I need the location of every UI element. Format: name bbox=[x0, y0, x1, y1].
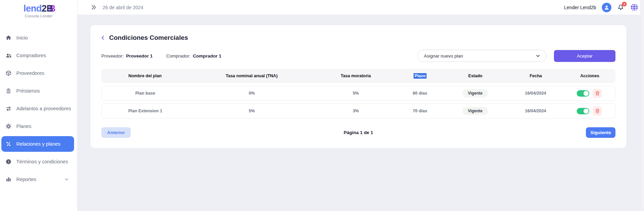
notification-count-badge: 3 bbox=[622, 2, 627, 6]
status-badge: Vigente bbox=[463, 89, 488, 97]
topbar-right: Lender Lend2b 3 bbox=[564, 3, 639, 12]
logo-subtitle: Consola Lender bbox=[0, 14, 77, 18]
card-title-row: Condiciones Comerciales bbox=[100, 34, 615, 42]
cell-tna: 5% bbox=[189, 109, 315, 113]
table-header-row: Nombre del planTasa nominal anual (TNA)T… bbox=[101, 69, 615, 83]
svg-text:!: ! bbox=[8, 160, 9, 163]
chevron-down-icon bbox=[64, 177, 69, 182]
home-icon bbox=[5, 34, 12, 41]
swap-arrows-icon bbox=[5, 105, 12, 112]
app-window: lend2BB Consola Lender InicioCompradores… bbox=[0, 0, 644, 211]
pagination-row: Anterior Página 1 de 1 Siguiente bbox=[101, 127, 615, 138]
table-body: Plan base0%5%80 díasVigente16/04/2024Pla… bbox=[101, 86, 615, 118]
cell-estado: Vigente bbox=[443, 107, 507, 115]
trash-icon bbox=[595, 108, 600, 114]
logo-text: lend2BB bbox=[23, 3, 54, 14]
user-avatar-icon[interactable] bbox=[602, 3, 611, 12]
column-header-4: Estado bbox=[443, 74, 507, 78]
sidebar-item-label: Préstamos bbox=[16, 88, 40, 94]
topbar-left: 26 de abril de 2024 bbox=[90, 4, 143, 11]
cell-acciones bbox=[564, 107, 615, 116]
percent-icon bbox=[5, 141, 12, 147]
sidebar-item-compradores[interactable]: Compradores bbox=[1, 48, 74, 63]
sidebar-item-terminos[interactable]: !Términos y condiciones bbox=[1, 154, 74, 169]
sidebar-item-reportes[interactable]: Reportes bbox=[1, 172, 74, 187]
buyer-pair: Comprador: Comprador 1 bbox=[166, 53, 221, 59]
column-header-0: Nombre del plan bbox=[101, 74, 189, 78]
sidebar-item-label: Reportes bbox=[16, 177, 36, 182]
sidebar-nav: InicioCompradoresProveedores$PréstamosAd… bbox=[0, 25, 77, 187]
status-badge: Vigente bbox=[463, 107, 488, 115]
page-title: Condiciones Comerciales bbox=[109, 34, 188, 42]
sidebar-item-label: Planes bbox=[16, 124, 31, 129]
sidebar-collapse-icon[interactable] bbox=[90, 4, 97, 11]
language-globe-icon[interactable] bbox=[630, 3, 639, 12]
toggle-knob bbox=[584, 91, 589, 96]
provider-pair: Proveedor: Proveedor 1 bbox=[101, 53, 153, 59]
chevron-down-icon bbox=[535, 53, 541, 59]
sidebar-item-label: Proveedores bbox=[16, 70, 44, 76]
trash-icon bbox=[595, 91, 600, 96]
users-icon bbox=[5, 52, 12, 59]
sidebar-item-label: Inicio bbox=[16, 35, 28, 40]
sidebar-item-proveedores[interactable]: Proveedores bbox=[1, 65, 74, 81]
table-row: Plan base0%5%80 díasVigente16/04/2024 bbox=[101, 86, 615, 101]
cell-plazo: 80 días bbox=[397, 91, 443, 96]
buyer-value: Comprador 1 bbox=[193, 53, 221, 59]
column-header-1: Tasa nominal anual (TNA) bbox=[189, 74, 315, 78]
active-toggle[interactable] bbox=[577, 90, 589, 97]
sidebar-item-label: Relaciones y planes bbox=[16, 141, 60, 147]
content-area: Condiciones Comerciales Proveedor: Prove… bbox=[77, 15, 644, 211]
previous-page-button[interactable]: Anterior bbox=[101, 127, 131, 138]
table-row: Plan Extension 15%3%70 díasVigente16/04/… bbox=[101, 103, 615, 118]
main-area: 26 de abril de 2024 Lender Lend2b 3 bbox=[77, 0, 644, 211]
sidebar-item-label: Términos y condiciones bbox=[16, 159, 68, 164]
cell-plan-name: Plan base bbox=[102, 91, 189, 96]
sidebar-item-adelantos[interactable]: Adelantos a proveedores bbox=[1, 101, 74, 116]
scrollbar-track[interactable] bbox=[640, 0, 644, 211]
selected-text: Plazo bbox=[414, 73, 427, 79]
sidebar-item-inicio[interactable]: Inicio bbox=[1, 30, 74, 46]
back-chevron-icon[interactable] bbox=[100, 35, 106, 41]
accept-button[interactable]: Aceptar bbox=[554, 50, 615, 62]
cell-fecha: 16/04/2024 bbox=[507, 91, 564, 96]
sidebar-item-relaciones-y-planes[interactable]: Relaciones y planes bbox=[1, 136, 74, 152]
filters-right: Asignar nuevo plan Aceptar bbox=[417, 50, 615, 62]
commercial-conditions-card: Condiciones Comerciales Proveedor: Prove… bbox=[90, 25, 626, 148]
column-header-3: Plazo bbox=[397, 74, 443, 78]
delete-button[interactable] bbox=[593, 107, 602, 116]
next-page-button[interactable]: Siguiente bbox=[586, 127, 615, 138]
svg-text:$: $ bbox=[8, 89, 9, 92]
user-name: Lender Lend2b bbox=[564, 5, 596, 10]
current-date: 26 de abril de 2024 bbox=[103, 5, 143, 10]
sidebar-item-prestamos[interactable]: $Préstamos bbox=[1, 83, 74, 99]
page-status: Página 1 de 1 bbox=[344, 130, 373, 135]
provider-label: Proveedor: bbox=[101, 53, 124, 59]
column-header-5: Fecha bbox=[507, 74, 564, 78]
gear-icon bbox=[5, 123, 12, 130]
notifications-bell-icon[interactable]: 3 bbox=[617, 4, 624, 11]
delete-button[interactable] bbox=[593, 89, 602, 98]
filters-row: Proveedor: Proveedor 1 Comprador: Compra… bbox=[101, 50, 615, 62]
active-toggle[interactable] bbox=[577, 108, 589, 114]
assign-plan-select[interactable]: Asignar nuevo plan bbox=[417, 50, 546, 62]
cell-estado: Vigente bbox=[443, 89, 507, 97]
sidebar-item-label: Compradores bbox=[16, 53, 46, 58]
topbar: 26 de abril de 2024 Lender Lend2b 3 bbox=[77, 0, 644, 15]
column-header-2: Tasa moratoria bbox=[315, 74, 397, 78]
sidebar-item-label: Adelantos a proveedores bbox=[16, 106, 71, 111]
sidebar-item-planes[interactable]: Planes bbox=[1, 118, 74, 134]
brand-logo: lend2BB Consola Lender bbox=[0, 3, 77, 25]
info-circle-icon: ! bbox=[5, 158, 12, 165]
buyer-label: Comprador: bbox=[166, 53, 190, 59]
toggle-knob bbox=[584, 109, 589, 114]
column-header-6: Acciones bbox=[564, 74, 615, 78]
cell-moratoria: 3% bbox=[315, 109, 397, 113]
cell-tna: 0% bbox=[189, 91, 315, 96]
cell-fecha: 16/04/2024 bbox=[507, 109, 564, 113]
assign-plan-select-value: Asignar nuevo plan bbox=[424, 53, 463, 59]
cell-acciones bbox=[564, 89, 615, 98]
coin-icon: $ bbox=[5, 87, 12, 94]
cell-moratoria: 5% bbox=[315, 91, 397, 96]
sidebar: lend2BB Consola Lender InicioCompradores… bbox=[0, 0, 77, 211]
